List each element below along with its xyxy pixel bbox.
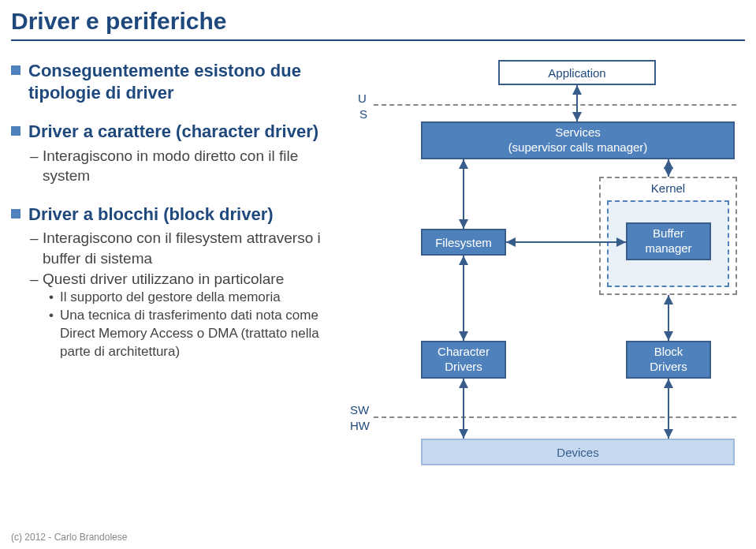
bullet-1: Conseguentemente esistono due tipologie …: [11, 60, 342, 103]
bullet-3-subsub1: Il supporto del gestore della memoria: [49, 289, 342, 307]
bullet-3-sub2: Questi driver utilizzano in particolare: [30, 269, 342, 289]
page-title: Driver e periferiche: [0, 0, 756, 35]
bullet-1-text: Conseguentemente esistono due tipologie …: [28, 60, 342, 103]
bullet-icon: [11, 209, 20, 218]
bullet-2-sub1: Interagiscono in modo diretto con il fil…: [30, 146, 342, 186]
content-area: Conseguentemente esistono due tipologie …: [0, 41, 756, 502]
bullet-2: Driver a carattere (character driver) In…: [11, 121, 342, 186]
bullet-3: Driver a blocchi (block driver) Interagi…: [11, 204, 342, 361]
connectors: [356, 60, 750, 502]
bullet-icon: [11, 126, 20, 136]
diagram-area: U S SW HW Application Services (supervis…: [356, 60, 745, 502]
left-column: Conseguentemente esistono due tipologie …: [11, 60, 342, 502]
bullet-icon: [11, 65, 20, 75]
bullet-3-subsub2: Una tecnica di trasferimento dati nota c…: [49, 307, 342, 361]
bullet-2-text: Driver a carattere (character driver): [28, 121, 318, 143]
bullet-3-sub1: Interagiscono con il filesystem attraver…: [30, 228, 342, 268]
footer-copyright: (c) 2012 - Carlo Brandolese: [11, 532, 127, 543]
bullet-3-text: Driver a blocchi (block driver): [28, 204, 274, 226]
